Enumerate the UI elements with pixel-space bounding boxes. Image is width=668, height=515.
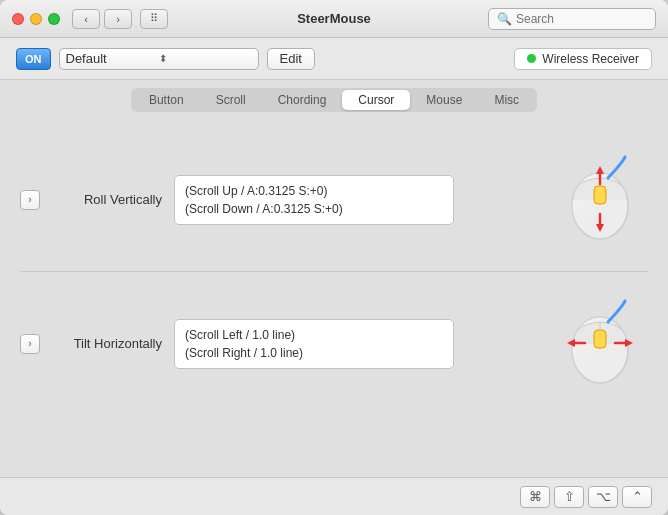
window-title: SteerMouse: [297, 11, 371, 26]
back-button[interactable]: ‹: [72, 9, 100, 29]
profile-value: Default: [66, 51, 159, 66]
svg-rect-3: [594, 186, 606, 204]
roll-vertically-action-line1: (Scroll Up / A:0.3125 S:+0): [185, 182, 443, 200]
tilt-horizontally-action-line2: (Scroll Right / 1.0 line): [185, 344, 443, 362]
window: ‹ › ⠿ SteerMouse 🔍 ON Default ⬍ Edit Wir…: [0, 0, 668, 515]
tilt-horizontally-action-line1: (Scroll Left / 1.0 line): [185, 326, 443, 344]
svg-rect-9: [594, 330, 606, 348]
search-box[interactable]: 🔍: [488, 8, 656, 30]
roll-vertically-action[interactable]: (Scroll Up / A:0.3125 S:+0) (Scroll Down…: [174, 175, 454, 225]
shift-modifier-button[interactable]: ⇧: [554, 486, 584, 508]
forward-button[interactable]: ›: [104, 9, 132, 29]
tab-button[interactable]: Button: [133, 90, 200, 110]
tab-chording[interactable]: Chording: [262, 90, 343, 110]
roll-vertically-action-line2: (Scroll Down / A:0.3125 S:+0): [185, 200, 443, 218]
profile-arrows: ⬍: [159, 53, 252, 64]
grid-button[interactable]: ⠿: [140, 9, 168, 29]
ctrl-modifier-button[interactable]: ⌃: [622, 486, 652, 508]
toolbar: ON Default ⬍ Edit Wireless Receiver: [0, 38, 668, 80]
tab-misc[interactable]: Misc: [478, 90, 535, 110]
profile-select[interactable]: Default ⬍: [59, 48, 259, 70]
tilt-horizontally-expand[interactable]: ›: [20, 334, 40, 354]
roll-vertically-label: Roll Vertically: [52, 192, 162, 207]
device-name: Wireless Receiver: [542, 52, 639, 66]
tilt-horizontally-row: › Tilt Horizontally (Scroll Left / 1.0 l…: [20, 271, 648, 415]
tilt-horizontally-action[interactable]: (Scroll Left / 1.0 line) (Scroll Right /…: [174, 319, 454, 369]
roll-vertically-expand[interactable]: ›: [20, 190, 40, 210]
close-button[interactable]: [12, 13, 24, 25]
search-input[interactable]: [516, 12, 647, 26]
option-modifier-button[interactable]: ⌥: [588, 486, 618, 508]
titlebar: ‹ › ⠿ SteerMouse 🔍: [0, 0, 668, 38]
tabs-container: Button Scroll Chording Cursor Mouse Misc: [131, 88, 537, 112]
main-content: › Roll Vertically (Scroll Up / A:0.3125 …: [0, 112, 668, 477]
search-icon: 🔍: [497, 12, 512, 26]
minimize-button[interactable]: [30, 13, 42, 25]
cmd-modifier-button[interactable]: ⌘: [520, 486, 550, 508]
device-indicator: Wireless Receiver: [514, 48, 652, 70]
maximize-button[interactable]: [48, 13, 60, 25]
edit-button[interactable]: Edit: [267, 48, 315, 70]
on-button[interactable]: ON: [16, 48, 51, 70]
traffic-lights: [12, 13, 60, 25]
tabs-bar: Button Scroll Chording Cursor Mouse Misc: [0, 80, 668, 112]
nav-buttons: ‹ › ⠿: [72, 9, 168, 29]
tab-cursor[interactable]: Cursor: [342, 90, 410, 110]
bottom-toolbar: ⌘ ⇧ ⌥ ⌃: [0, 477, 668, 515]
roll-vertically-row: › Roll Vertically (Scroll Up / A:0.3125 …: [20, 128, 648, 271]
tilt-horizontally-mouse-illustration: [553, 296, 648, 391]
tab-scroll[interactable]: Scroll: [200, 90, 262, 110]
device-status-dot: [527, 54, 536, 63]
tilt-horizontally-label: Tilt Horizontally: [52, 336, 162, 351]
roll-vertically-mouse-illustration: [553, 152, 648, 247]
tab-mouse[interactable]: Mouse: [410, 90, 478, 110]
